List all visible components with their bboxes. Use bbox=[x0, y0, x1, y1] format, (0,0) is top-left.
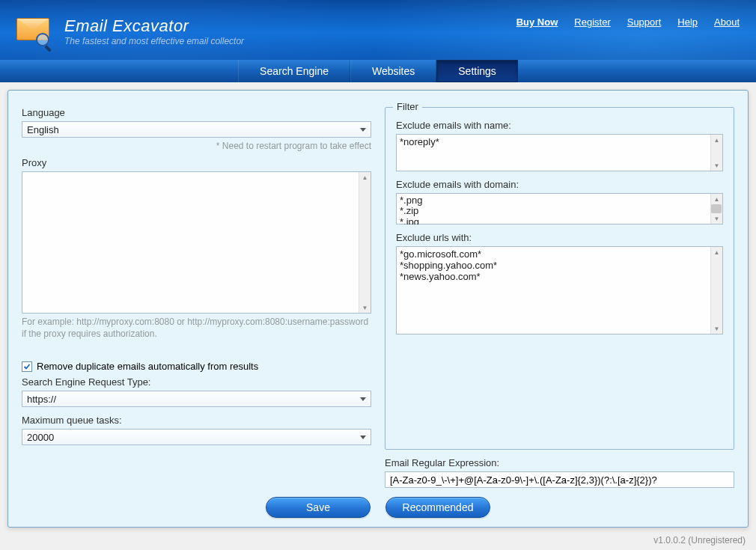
proxy-textarea[interactable] bbox=[22, 171, 371, 314]
exclude-name-textarea[interactable] bbox=[396, 134, 723, 171]
scrollbar[interactable]: ▲ ▼ bbox=[359, 172, 371, 313]
proxy-hint: For example: http://myproxy.com:8080 or … bbox=[22, 316, 371, 340]
scroll-up-icon: ▲ bbox=[711, 247, 722, 257]
scroll-up-icon: ▲ bbox=[359, 172, 371, 183]
remove-duplicates-label: Remove duplicate emails automatically fr… bbox=[37, 361, 258, 372]
svg-point-0 bbox=[37, 34, 49, 46]
nav-help[interactable]: Help bbox=[677, 16, 698, 28]
scroll-down-icon: ▼ bbox=[359, 302, 371, 313]
scroll-thumb[interactable] bbox=[711, 204, 722, 213]
language-hint: * Need to restart program to take effect bbox=[22, 141, 371, 151]
request-type-select[interactable]: https:// bbox=[22, 391, 371, 407]
language-select[interactable]: English bbox=[22, 121, 371, 138]
exclude-domain-textarea[interactable] bbox=[396, 193, 723, 224]
filter-group: Filter Exclude emails with name: *norepl… bbox=[385, 107, 734, 450]
exclude-url-textarea[interactable] bbox=[396, 246, 723, 334]
brand: Email Excavator The fastest and most eff… bbox=[15, 12, 244, 51]
version-text: v1.0.0.2 (Unregistered) bbox=[653, 535, 746, 546]
scroll-down-icon: ▼ bbox=[711, 213, 722, 224]
app-header: Email Excavator The fastest and most eff… bbox=[0, 0, 756, 82]
chevron-down-icon bbox=[360, 397, 366, 401]
recommended-button[interactable]: Recommended bbox=[385, 497, 490, 518]
scroll-down-icon: ▼ bbox=[711, 323, 722, 334]
request-type-value: https:// bbox=[27, 394, 56, 405]
queue-label: Maximum queue tasks: bbox=[22, 415, 371, 426]
app-logo-icon bbox=[15, 12, 54, 51]
tab-settings[interactable]: Settings bbox=[436, 60, 518, 82]
scroll-up-icon: ▲ bbox=[711, 194, 722, 204]
check-icon bbox=[23, 363, 31, 370]
regex-input[interactable] bbox=[385, 471, 734, 488]
chevron-down-icon bbox=[360, 128, 366, 132]
settings-panel: Language English * Need to restart progr… bbox=[7, 90, 749, 528]
nav-about[interactable]: About bbox=[714, 16, 740, 28]
app-tagline: The fastest and most effective email col… bbox=[64, 36, 244, 46]
save-button[interactable]: Save bbox=[266, 497, 371, 518]
tab-search-engine[interactable]: Search Engine bbox=[238, 60, 350, 82]
chevron-down-icon bbox=[360, 436, 366, 439]
scrollbar[interactable]: ▲ ▼ bbox=[710, 194, 722, 224]
proxy-label: Proxy bbox=[22, 157, 371, 168]
nav-support[interactable]: Support bbox=[627, 16, 662, 28]
top-nav: Buy Now Register Support Help About bbox=[516, 16, 740, 28]
scroll-down-icon: ▼ bbox=[711, 160, 722, 171]
svg-rect-1 bbox=[44, 45, 52, 52]
exclude-name-label: Exclude emails with name: bbox=[396, 120, 723, 131]
exclude-domain-label: Exclude emails with domain: bbox=[396, 179, 723, 190]
filter-legend: Filter bbox=[393, 101, 422, 112]
tab-websites[interactable]: Websites bbox=[350, 60, 436, 82]
scrollbar[interactable]: ▲ ▼ bbox=[710, 135, 722, 171]
regex-label: Email Regular Expression: bbox=[385, 457, 734, 468]
exclude-url-label: Exclude urls with: bbox=[396, 232, 723, 243]
tab-bar: Search Engine Websites Settings bbox=[0, 60, 756, 82]
app-title: Email Excavator bbox=[64, 16, 244, 36]
scroll-up-icon: ▲ bbox=[711, 135, 722, 145]
scrollbar[interactable]: ▲ ▼ bbox=[710, 247, 722, 334]
remove-duplicates-checkbox[interactable] bbox=[22, 361, 32, 372]
left-column: Language English * Need to restart progr… bbox=[22, 107, 371, 488]
language-value: English bbox=[27, 124, 59, 135]
queue-value: 20000 bbox=[27, 432, 54, 443]
language-label: Language bbox=[22, 107, 371, 118]
magnifier-icon bbox=[34, 31, 55, 52]
right-column: Filter Exclude emails with name: *norepl… bbox=[385, 107, 734, 488]
queue-select[interactable]: 20000 bbox=[22, 429, 371, 445]
nav-buy[interactable]: Buy Now bbox=[516, 16, 558, 28]
request-type-label: Search Engine Request Type: bbox=[22, 376, 371, 388]
nav-register[interactable]: Register bbox=[574, 16, 610, 28]
